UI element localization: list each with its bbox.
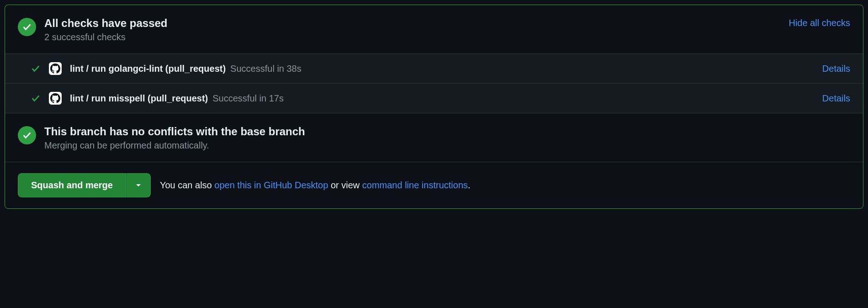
check-info: lint / run golangci-lint (pull_request) … bbox=[70, 64, 814, 74]
merge-dropdown-button[interactable] bbox=[126, 173, 151, 197]
merge-footer: Squash and merge You can also open this … bbox=[5, 162, 863, 208]
check-row: lint / run golangci-lint (pull_request) … bbox=[5, 53, 863, 83]
conflicts-section: This branch has no conflicts with the ba… bbox=[5, 113, 863, 162]
open-desktop-link[interactable]: open this in GitHub Desktop bbox=[214, 180, 328, 190]
cli-instructions-link[interactable]: command line instructions bbox=[362, 180, 468, 190]
check-success-icon bbox=[31, 93, 41, 103]
merge-alternative-text: You can also open this in GitHub Desktop… bbox=[160, 180, 471, 191]
merge-status-panel: All checks have passed 2 successful chec… bbox=[5, 5, 863, 209]
conflicts-subtitle: Merging can be performed automatically. bbox=[44, 140, 850, 151]
success-check-icon bbox=[18, 18, 36, 36]
conflicts-title: This branch has no conflicts with the ba… bbox=[44, 124, 850, 138]
footer-text-middle: or view bbox=[328, 180, 362, 190]
checks-subtitle: 2 successful checks bbox=[44, 32, 780, 42]
checks-header: All checks have passed 2 successful chec… bbox=[5, 5, 863, 53]
check-details-link[interactable]: Details bbox=[822, 93, 850, 104]
check-success-icon bbox=[31, 64, 41, 74]
checks-title: All checks have passed bbox=[44, 16, 780, 30]
caret-down-icon bbox=[136, 184, 141, 187]
checks-header-text: All checks have passed 2 successful chec… bbox=[44, 16, 780, 42]
squash-merge-button[interactable]: Squash and merge bbox=[18, 173, 126, 197]
check-info: lint / run misspell (pull_request) Succe… bbox=[70, 93, 814, 104]
footer-text-before: You can also bbox=[160, 180, 214, 190]
check-status: Successful in 38s bbox=[230, 64, 302, 74]
footer-text-after: . bbox=[468, 180, 471, 190]
success-check-icon bbox=[18, 126, 36, 144]
check-name: lint / run golangci-lint (pull_request) bbox=[70, 64, 226, 74]
check-name: lint / run misspell (pull_request) bbox=[70, 93, 208, 104]
conflicts-text: This branch has no conflicts with the ba… bbox=[44, 124, 850, 151]
check-row: lint / run misspell (pull_request) Succe… bbox=[5, 83, 863, 113]
github-actions-icon bbox=[49, 92, 62, 105]
hide-all-checks-link[interactable]: Hide all checks bbox=[789, 18, 850, 28]
github-actions-icon bbox=[49, 62, 62, 75]
check-details-link[interactable]: Details bbox=[822, 64, 850, 74]
merge-button-group: Squash and merge bbox=[18, 173, 151, 197]
check-status: Successful in 17s bbox=[212, 93, 284, 104]
